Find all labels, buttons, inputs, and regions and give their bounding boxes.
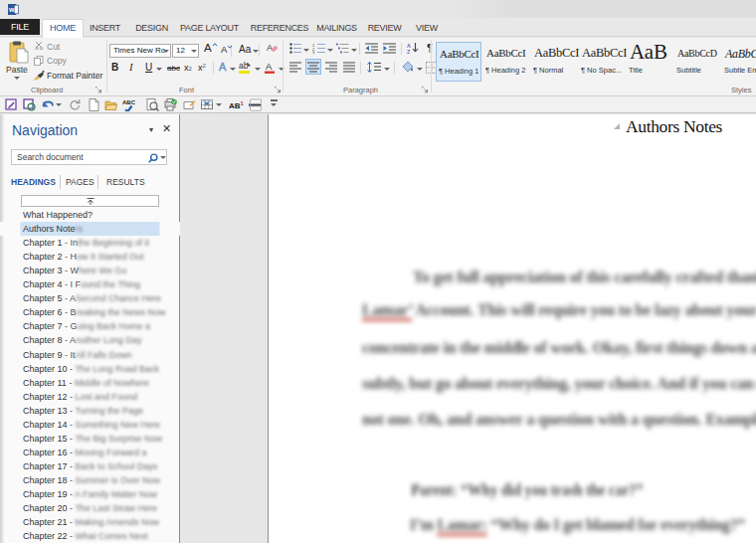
svg-text:ab: ab	[239, 61, 249, 71]
svg-text:ABC: ABC	[122, 99, 135, 105]
svg-text:A: A	[267, 43, 273, 53]
svg-text:A: A	[407, 43, 411, 49]
svg-text:w: w	[8, 6, 15, 13]
svg-text:Z: Z	[407, 49, 411, 54]
svg-text:A: A	[266, 61, 273, 72]
svg-text:3: 3	[312, 50, 315, 54]
